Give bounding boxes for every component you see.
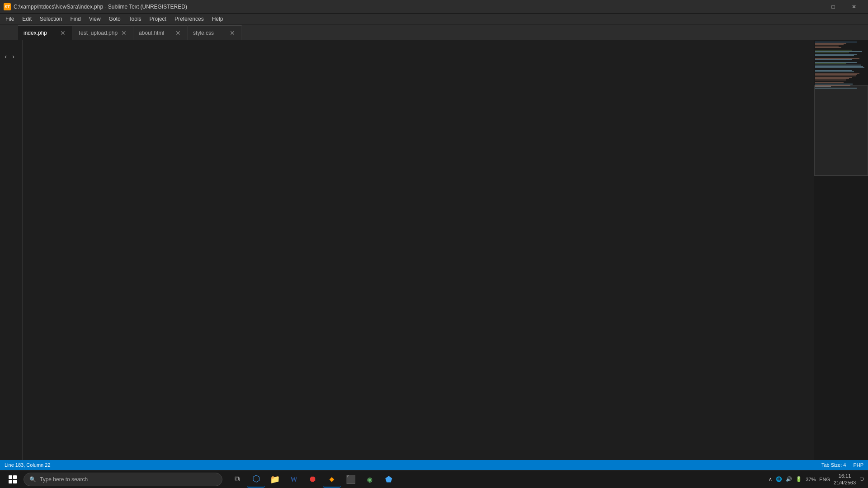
window-controls: ─ □ ✕ <box>802 0 864 14</box>
tab-test-upload[interactable]: Test_upload.php ✕ <box>72 25 133 40</box>
tab-label: index.php <box>24 30 47 36</box>
tab-style-css[interactable]: style.css ✕ <box>188 25 242 40</box>
explorer-app[interactable]: 📁 <box>266 471 284 488</box>
tab-bar: ‹ › index.php ✕ Test_upload.php ✕ about.… <box>0 24 868 40</box>
extra-app3[interactable]: ⬟ <box>380 471 398 488</box>
extra-app2[interactable]: ◉ <box>361 471 379 488</box>
menu-view[interactable]: View <box>85 15 104 23</box>
taskbar-search[interactable]: 🔍 Type here to search <box>24 473 222 486</box>
language-indicator: ENG <box>819 477 830 482</box>
clock[interactable]: 16:11 21/4/2563 <box>834 473 856 486</box>
tab-close-about[interactable]: ✕ <box>175 29 182 37</box>
menu-edit[interactable]: Edit <box>19 15 35 23</box>
maximize-button[interactable]: □ <box>823 0 844 14</box>
extra-icon1: ⬛ <box>346 474 356 484</box>
menu-find[interactable]: Find <box>66 15 84 23</box>
date-display: 21/4/2563 <box>834 479 856 486</box>
taskview-button[interactable]: ⧉ <box>228 471 246 488</box>
menu-help[interactable]: Help <box>208 15 227 23</box>
taskbar: 🔍 Type here to search ⧉ ⬡ 📁 W ⏺ ◆ ⬛ ◉ ⬟ <box>0 470 868 488</box>
network-icon: 🌐 <box>776 476 782 482</box>
tab-label: Test_upload.php <box>78 30 118 36</box>
taskbar-apps: ⧉ ⬡ 📁 W ⏺ ◆ ⬛ ◉ ⬟ <box>228 471 398 488</box>
media-app[interactable]: ⏺ <box>304 471 322 488</box>
battery-percent: 37% <box>806 477 816 482</box>
start-button[interactable] <box>4 471 22 488</box>
menu-selection[interactable]: Selection <box>36 15 66 23</box>
tab-close-index[interactable]: ✕ <box>59 29 66 37</box>
menu-tools[interactable]: Tools <box>125 15 145 23</box>
close-button[interactable]: ✕ <box>844 0 864 14</box>
line-numbers <box>0 40 23 460</box>
notification-icon[interactable]: 🗨 <box>859 477 864 482</box>
tab-about-html[interactable]: about.html ✕ <box>133 25 188 40</box>
minimize-button[interactable]: ─ <box>802 0 823 14</box>
menu-preferences[interactable]: Preferences <box>171 15 208 23</box>
word-icon: W <box>290 475 297 483</box>
window-title: C:\xampp\htdocs\NewSara\index.php - Subl… <box>14 4 187 10</box>
minimap[interactable] <box>814 40 868 460</box>
search-placeholder: Type here to search <box>40 476 88 483</box>
status-bar: Line 183, Column 22 Tab Size: 4 PHP <box>0 460 868 470</box>
menu-bar: File Edit Selection Find View Goto Tools… <box>0 14 868 24</box>
title-bar: ST C:\xampp\htdocs\NewSara\index.php - S… <box>0 0 868 14</box>
tab-close-test[interactable]: ✕ <box>120 29 127 37</box>
volume-icon: 🔊 <box>786 476 792 482</box>
menu-project[interactable]: Project <box>146 15 170 23</box>
tray-chevron[interactable]: ∧ <box>769 476 772 482</box>
tab-label: style.css <box>193 30 214 36</box>
tab-index-php[interactable]: index.php ✕ <box>18 25 72 40</box>
search-icon: 🔍 <box>29 476 36 483</box>
sublime-icon: ◆ <box>330 474 335 484</box>
editor-area <box>0 40 868 460</box>
taskview-icon: ⧉ <box>235 475 240 483</box>
status-left: Line 183, Column 22 <box>5 462 51 468</box>
tab-label: about.html <box>139 30 164 36</box>
system-tray: ∧ 🌐 🔊 🔋 37% ENG 16:11 21/4/2563 🗨 <box>769 473 864 486</box>
extra-icon3: ⬟ <box>385 474 392 484</box>
battery-icon: 🔋 <box>796 476 802 482</box>
extra-icon2: ◉ <box>368 474 373 484</box>
word-app[interactable]: W <box>285 471 303 488</box>
edge-app[interactable]: ⬡ <box>247 471 265 488</box>
media-icon: ⏺ <box>309 474 317 484</box>
tab-size-info: Tab Size: 4 <box>821 462 846 468</box>
edge-icon: ⬡ <box>252 473 260 484</box>
windows-logo-icon <box>9 475 17 483</box>
menu-goto[interactable]: Goto <box>105 15 124 23</box>
extra-app1[interactable]: ⬛ <box>342 471 360 488</box>
sublime-app[interactable]: ◆ <box>323 471 341 488</box>
app-icon: ST <box>4 3 11 10</box>
time-display: 16:11 <box>834 473 856 479</box>
cursor-position: Line 183, Column 22 <box>5 462 51 468</box>
status-right: Tab Size: 4 PHP <box>821 462 863 468</box>
menu-file[interactable]: File <box>2 15 18 23</box>
language-info: PHP <box>853 462 863 468</box>
tab-nav-arrows[interactable]: ‹ › <box>0 49 17 65</box>
code-content[interactable] <box>23 40 814 460</box>
tab-close-style[interactable]: ✕ <box>229 29 236 37</box>
explorer-icon: 📁 <box>270 474 280 484</box>
